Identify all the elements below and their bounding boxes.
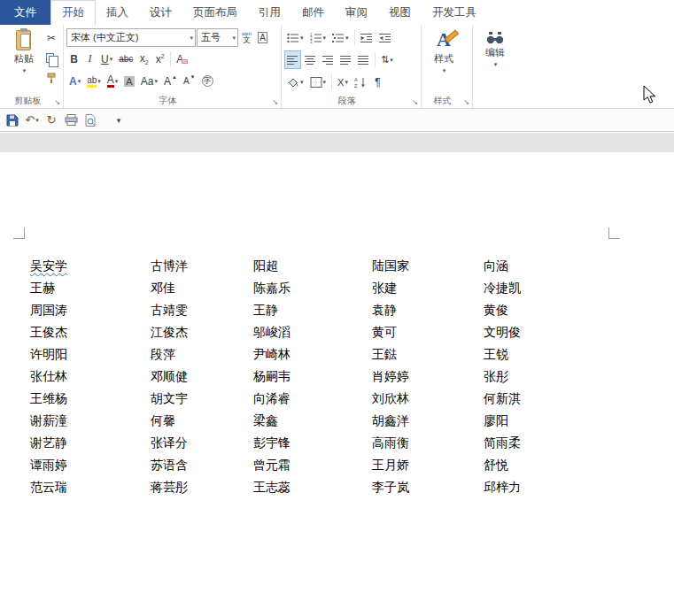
editing-button[interactable]: 编辑 ▾ bbox=[476, 27, 515, 94]
multilevel-list-button[interactable]: ▾ bbox=[329, 28, 352, 47]
italic-button[interactable]: I bbox=[82, 50, 97, 68]
chevron-down-icon: ▾ bbox=[494, 61, 498, 67]
customize-qat-button[interactable]: ▾ bbox=[110, 111, 128, 130]
tab-design[interactable]: 设计 bbox=[139, 0, 182, 25]
paragraph-dialog-launcher[interactable]: ↘ bbox=[410, 97, 420, 107]
format-painter-button[interactable] bbox=[43, 69, 59, 88]
asian-layout-button[interactable]: X▾ bbox=[335, 73, 351, 91]
name-cell: 张建 bbox=[372, 281, 484, 296]
tab-references[interactable]: 引用 bbox=[248, 0, 291, 25]
clipboard-dialog-launcher[interactable]: ↘ bbox=[52, 97, 62, 107]
name-cell: 许明阳 bbox=[30, 347, 151, 363]
tab-page-layout[interactable]: 页面布局 bbox=[182, 0, 248, 25]
styles-dialog-launcher[interactable]: ↘ bbox=[461, 97, 471, 107]
font-size-combo[interactable]: 五号 ▾ bbox=[197, 28, 238, 47]
chevron-down-icon: ▾ bbox=[35, 117, 39, 123]
superscript-icon: x2 bbox=[156, 53, 165, 65]
align-right-button[interactable] bbox=[320, 50, 337, 69]
tab-mailings[interactable]: 邮件 bbox=[291, 0, 335, 25]
show-marks-button[interactable]: ¶ bbox=[370, 73, 385, 91]
sort-button[interactable]: AZ bbox=[352, 73, 369, 91]
grow-font-icon: A bbox=[164, 75, 171, 88]
highlight-button[interactable]: ab▾ bbox=[84, 72, 104, 90]
paste-button[interactable]: 粘贴 ▾ bbox=[4, 27, 43, 94]
strikethrough-button[interactable]: abc bbox=[116, 50, 136, 68]
clipboard-group: 粘贴 ▾ ✂ 剪贴板 ↘ bbox=[2, 25, 64, 108]
increase-indent-button[interactable] bbox=[376, 28, 394, 47]
grow-font-button[interactable]: A▲ bbox=[161, 72, 180, 90]
document-page[interactable]: 吴安学古博洋阳超陆国家向涵王赫邓佳陈嘉乐张建冷捷凯周国涛古靖雯王静袁静黄俊王俊杰… bbox=[0, 152, 674, 616]
underline-icon: U bbox=[101, 53, 109, 65]
clear-formatting-button[interactable]: A bbox=[174, 50, 190, 68]
distribute-button[interactable] bbox=[355, 50, 372, 69]
name-row: 王赫邓佳陈嘉乐张建冷捷凯 bbox=[0, 277, 674, 299]
numbering-button[interactable]: 123 ▾ bbox=[307, 28, 329, 47]
cut-icon: ✂ bbox=[47, 32, 56, 44]
undo-button[interactable]: ↶▾ bbox=[23, 111, 41, 130]
decrease-indent-icon bbox=[360, 33, 373, 43]
subscript-button[interactable]: x2 bbox=[136, 50, 151, 68]
name-cell: 江俊杰 bbox=[151, 325, 253, 341]
character-border-button[interactable]: A bbox=[255, 28, 270, 47]
clipboard-group-label: 剪贴板 bbox=[4, 95, 52, 107]
name-grid: 吴安学古博洋阳超陆国家向涵王赫邓佳陈嘉乐张建冷捷凯周国涛古靖雯王静袁静黄俊王俊杰… bbox=[0, 255, 674, 498]
shading-button[interactable]: ▾ bbox=[284, 73, 306, 91]
font-size-value: 五号 bbox=[201, 31, 221, 44]
font-name-combo[interactable]: 宋体 (中文正文) ▾ bbox=[66, 28, 196, 47]
name-cell: 古靖雯 bbox=[151, 303, 253, 319]
justify-button[interactable] bbox=[337, 50, 354, 69]
character-shading-button[interactable]: A bbox=[121, 72, 136, 90]
font-name-value: 宋体 (中文正文) bbox=[71, 31, 138, 44]
bold-button[interactable]: B bbox=[66, 50, 81, 68]
superscript-button[interactable]: x2 bbox=[152, 50, 167, 68]
name-cell: 邓佳 bbox=[151, 281, 253, 296]
margin-crop-mark-right bbox=[608, 227, 620, 239]
borders-button[interactable]: ▾ bbox=[307, 73, 329, 91]
tab-developer[interactable]: 开发工具 bbox=[422, 0, 487, 25]
tab-insert[interactable]: 插入 bbox=[96, 0, 139, 25]
font-color-button[interactable]: A▾ bbox=[105, 72, 121, 90]
align-left-button[interactable] bbox=[284, 50, 301, 69]
save-button[interactable] bbox=[4, 111, 21, 130]
redo-button[interactable]: ↻ bbox=[43, 111, 60, 130]
styles-button[interactable]: A 样式 ▾ bbox=[424, 27, 463, 94]
quick-print-button[interactable] bbox=[81, 111, 99, 130]
align-center-button[interactable] bbox=[302, 50, 319, 69]
tab-file[interactable]: 文件 bbox=[0, 0, 50, 25]
text-effects-button[interactable]: A▾ bbox=[66, 72, 83, 90]
quick-access-toolbar: ↶▾ ↻ ▾ bbox=[0, 109, 674, 132]
name-cell: 张译分 bbox=[151, 435, 253, 451]
ribbon-tab-bar: 文件 开始 插入 设计 页面布局 引用 邮件 审阅 视图 开发工具 bbox=[0, 0, 674, 25]
shrink-font-button[interactable]: A▼ bbox=[181, 72, 198, 90]
tab-review[interactable]: 审阅 bbox=[335, 0, 378, 25]
paragraph-group: ▾ 123 ▾ ▾ bbox=[282, 25, 422, 108]
name-cell: 曾元霜 bbox=[253, 458, 372, 474]
decrease-indent-button[interactable] bbox=[358, 28, 376, 47]
save-icon bbox=[6, 114, 19, 127]
bullets-button[interactable]: ▾ bbox=[284, 28, 306, 47]
chevron-down-icon: ▾ bbox=[23, 67, 27, 73]
name-cell: 谭雨婷 bbox=[30, 458, 151, 474]
tab-home[interactable]: 开始 bbox=[50, 0, 96, 25]
phonetic-guide-button[interactable]: wén文 bbox=[239, 28, 254, 47]
name-cell: 王鍅 bbox=[372, 347, 484, 363]
cut-button[interactable]: ✂ bbox=[43, 28, 59, 47]
chevron-down-icon: ▾ bbox=[117, 116, 121, 125]
font-dialog-launcher[interactable]: ↘ bbox=[270, 97, 280, 107]
name-cell: 陈嘉乐 bbox=[253, 281, 372, 296]
down-arrow-icon: ▼ bbox=[190, 74, 196, 80]
page-magnifier-icon bbox=[85, 114, 97, 127]
pilcrow-icon: ¶ bbox=[375, 76, 380, 89]
underline-button[interactable]: U▾ bbox=[98, 50, 115, 68]
print-preview-button[interactable] bbox=[62, 111, 80, 130]
name-row: 谢艺静张译分彭宇锋高雨衡简雨柔 bbox=[0, 432, 674, 454]
enclose-character-button[interactable]: 字 bbox=[199, 72, 216, 90]
change-case-button[interactable]: Aa▾ bbox=[138, 72, 160, 90]
name-cell: 冷捷凯 bbox=[484, 281, 674, 296]
chevron-down-icon: ▾ bbox=[230, 35, 236, 41]
name-row: 谭雨婷苏语含曾元霜王月娇舒悦 bbox=[0, 454, 674, 476]
copy-button[interactable] bbox=[43, 49, 59, 67]
chevron-down-icon: ▾ bbox=[390, 57, 393, 63]
tab-view[interactable]: 视图 bbox=[378, 0, 422, 25]
line-spacing-button[interactable]: ⇅▾ bbox=[378, 50, 396, 69]
